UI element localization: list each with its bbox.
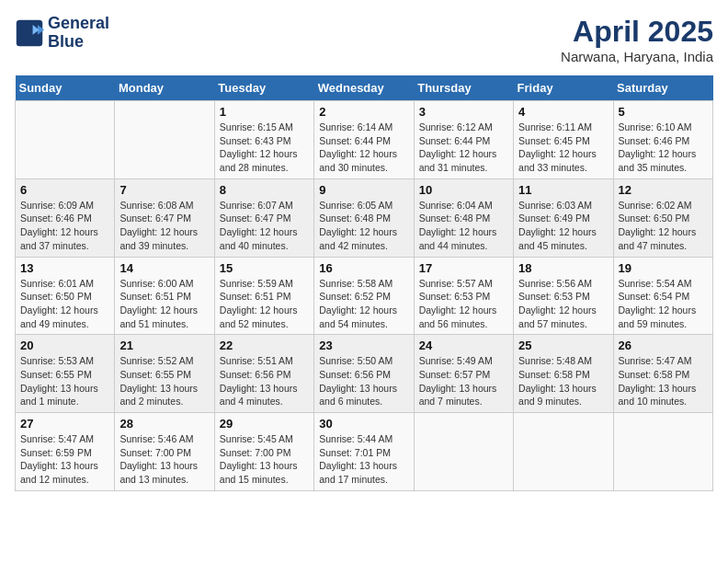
day-info: Sunrise: 6:00 AM Sunset: 6:51 PM Dayligh… [119, 277, 209, 331]
day-number: 9 [319, 183, 408, 197]
title-block: April 2025 Narwana, Haryana, India [561, 15, 713, 64]
weekday-friday: Friday [514, 75, 613, 101]
weekday-thursday: Thursday [414, 75, 513, 101]
logo: General Blue [15, 15, 109, 52]
weekday-monday: Monday [115, 75, 214, 101]
day-cell: 19Sunrise: 5:54 AM Sunset: 6:54 PM Dayli… [613, 257, 712, 335]
day-number: 14 [119, 261, 209, 275]
week-row-4: 20Sunrise: 5:53 AM Sunset: 6:55 PM Dayli… [16, 335, 713, 413]
logo-text: General Blue [48, 15, 109, 52]
calendar-header: SundayMondayTuesdayWednesdayThursdayFrid… [16, 75, 713, 101]
day-info: Sunrise: 6:15 AM Sunset: 6:43 PM Dayligh… [220, 121, 309, 175]
day-info: Sunrise: 5:47 AM Sunset: 6:59 PM Dayligh… [20, 432, 109, 487]
day-number: 6 [20, 183, 109, 197]
day-number: 26 [619, 339, 708, 352]
day-info: Sunrise: 6:14 AM Sunset: 6:44 PM Dayligh… [319, 121, 408, 175]
day-number: 20 [20, 339, 109, 352]
weekday-wednesday: Wednesday [314, 75, 414, 101]
day-info: Sunrise: 5:54 AM Sunset: 6:54 PM Dayligh… [619, 277, 708, 331]
day-cell [514, 413, 613, 491]
day-info: Sunrise: 6:05 AM Sunset: 6:48 PM Dayligh… [319, 199, 408, 253]
day-number: 25 [518, 339, 608, 352]
day-cell: 13Sunrise: 6:01 AM Sunset: 6:50 PM Dayli… [16, 257, 115, 335]
day-cell: 6Sunrise: 6:09 AM Sunset: 6:46 PM Daylig… [16, 178, 115, 257]
day-number: 5 [619, 105, 708, 119]
day-cell: 27Sunrise: 5:47 AM Sunset: 6:59 PM Dayli… [16, 413, 115, 491]
day-number: 23 [319, 339, 408, 352]
page-header: General Blue April 2025 Narwana, Haryana… [15, 15, 713, 64]
month-title: April 2025 [561, 15, 713, 49]
day-info: Sunrise: 5:50 AM Sunset: 6:56 PM Dayligh… [319, 354, 408, 408]
day-cell: 22Sunrise: 5:51 AM Sunset: 6:56 PM Dayli… [214, 335, 313, 413]
day-info: Sunrise: 5:48 AM Sunset: 6:58 PM Dayligh… [518, 354, 608, 408]
day-cell: 18Sunrise: 5:56 AM Sunset: 6:53 PM Dayli… [514, 257, 613, 335]
calendar-body: 1Sunrise: 6:15 AM Sunset: 6:43 PM Daylig… [16, 101, 713, 491]
day-cell: 15Sunrise: 5:59 AM Sunset: 6:51 PM Dayli… [214, 257, 313, 335]
day-cell: 2Sunrise: 6:14 AM Sunset: 6:44 PM Daylig… [314, 101, 414, 179]
day-info: Sunrise: 5:46 AM Sunset: 7:00 PM Dayligh… [119, 432, 209, 487]
day-number: 21 [119, 339, 209, 352]
day-info: Sunrise: 6:09 AM Sunset: 6:46 PM Dayligh… [20, 199, 109, 253]
day-info: Sunrise: 6:08 AM Sunset: 6:47 PM Dayligh… [119, 199, 209, 253]
day-cell: 30Sunrise: 5:44 AM Sunset: 7:01 PM Dayli… [314, 413, 414, 491]
day-number: 2 [319, 105, 408, 119]
day-cell: 12Sunrise: 6:02 AM Sunset: 6:50 PM Dayli… [613, 178, 712, 257]
weekday-tuesday: Tuesday [214, 75, 313, 101]
calendar-table: SundayMondayTuesdayWednesdayThursdayFrid… [15, 75, 713, 491]
day-info: Sunrise: 5:49 AM Sunset: 6:57 PM Dayligh… [419, 354, 508, 408]
day-cell: 7Sunrise: 6:08 AM Sunset: 6:47 PM Daylig… [115, 178, 214, 257]
day-info: Sunrise: 5:59 AM Sunset: 6:51 PM Dayligh… [220, 277, 309, 331]
week-row-5: 27Sunrise: 5:47 AM Sunset: 6:59 PM Dayli… [16, 413, 713, 491]
day-number: 11 [518, 183, 608, 197]
day-cell: 24Sunrise: 5:49 AM Sunset: 6:57 PM Dayli… [414, 335, 513, 413]
day-info: Sunrise: 6:03 AM Sunset: 6:49 PM Dayligh… [518, 199, 608, 253]
logo-icon [15, 18, 44, 48]
day-number: 29 [220, 417, 309, 431]
day-cell: 25Sunrise: 5:48 AM Sunset: 6:58 PM Dayli… [514, 335, 613, 413]
day-number: 22 [220, 339, 309, 352]
day-number: 27 [20, 417, 109, 431]
day-cell [613, 413, 712, 491]
day-number: 15 [220, 261, 309, 275]
day-number: 28 [119, 417, 209, 431]
day-cell [16, 101, 115, 179]
day-number: 24 [419, 339, 508, 352]
day-cell: 20Sunrise: 5:53 AM Sunset: 6:55 PM Dayli… [16, 335, 115, 413]
day-info: Sunrise: 5:51 AM Sunset: 6:56 PM Dayligh… [220, 354, 309, 408]
day-info: Sunrise: 6:01 AM Sunset: 6:50 PM Dayligh… [20, 277, 109, 331]
week-row-2: 6Sunrise: 6:09 AM Sunset: 6:46 PM Daylig… [16, 178, 713, 257]
day-cell: 21Sunrise: 5:52 AM Sunset: 6:55 PM Dayli… [115, 335, 214, 413]
day-info: Sunrise: 6:07 AM Sunset: 6:47 PM Dayligh… [220, 199, 309, 253]
week-row-3: 13Sunrise: 6:01 AM Sunset: 6:50 PM Dayli… [16, 257, 713, 335]
day-number: 7 [119, 183, 209, 197]
day-info: Sunrise: 5:53 AM Sunset: 6:55 PM Dayligh… [20, 354, 109, 408]
day-info: Sunrise: 5:57 AM Sunset: 6:53 PM Dayligh… [419, 277, 508, 331]
day-info: Sunrise: 5:47 AM Sunset: 6:58 PM Dayligh… [619, 354, 708, 408]
day-cell: 9Sunrise: 6:05 AM Sunset: 6:48 PM Daylig… [314, 178, 414, 257]
location: Narwana, Haryana, India [561, 49, 713, 64]
weekday-header-row: SundayMondayTuesdayWednesdayThursdayFrid… [16, 75, 713, 101]
day-number: 8 [220, 183, 309, 197]
day-number: 12 [619, 183, 708, 197]
day-number: 10 [419, 183, 508, 197]
day-cell: 23Sunrise: 5:50 AM Sunset: 6:56 PM Dayli… [314, 335, 414, 413]
day-info: Sunrise: 6:02 AM Sunset: 6:50 PM Dayligh… [619, 199, 708, 253]
day-cell: 11Sunrise: 6:03 AM Sunset: 6:49 PM Dayli… [514, 178, 613, 257]
day-info: Sunrise: 5:45 AM Sunset: 7:00 PM Dayligh… [220, 432, 309, 487]
weekday-saturday: Saturday [613, 75, 712, 101]
day-cell: 10Sunrise: 6:04 AM Sunset: 6:48 PM Dayli… [414, 178, 513, 257]
day-cell: 29Sunrise: 5:45 AM Sunset: 7:00 PM Dayli… [214, 413, 313, 491]
day-info: Sunrise: 5:56 AM Sunset: 6:53 PM Dayligh… [518, 277, 608, 331]
day-number: 17 [419, 261, 508, 275]
day-cell: 17Sunrise: 5:57 AM Sunset: 6:53 PM Dayli… [414, 257, 513, 335]
day-info: Sunrise: 6:11 AM Sunset: 6:45 PM Dayligh… [518, 121, 608, 175]
day-number: 4 [518, 105, 608, 119]
day-cell: 28Sunrise: 5:46 AM Sunset: 7:00 PM Dayli… [115, 413, 214, 491]
day-info: Sunrise: 6:04 AM Sunset: 6:48 PM Dayligh… [419, 199, 508, 253]
day-cell [115, 101, 214, 179]
weekday-sunday: Sunday [16, 75, 115, 101]
day-cell: 8Sunrise: 6:07 AM Sunset: 6:47 PM Daylig… [214, 178, 313, 257]
day-cell: 1Sunrise: 6:15 AM Sunset: 6:43 PM Daylig… [214, 101, 313, 179]
day-number: 19 [619, 261, 708, 275]
day-number: 1 [220, 105, 309, 119]
